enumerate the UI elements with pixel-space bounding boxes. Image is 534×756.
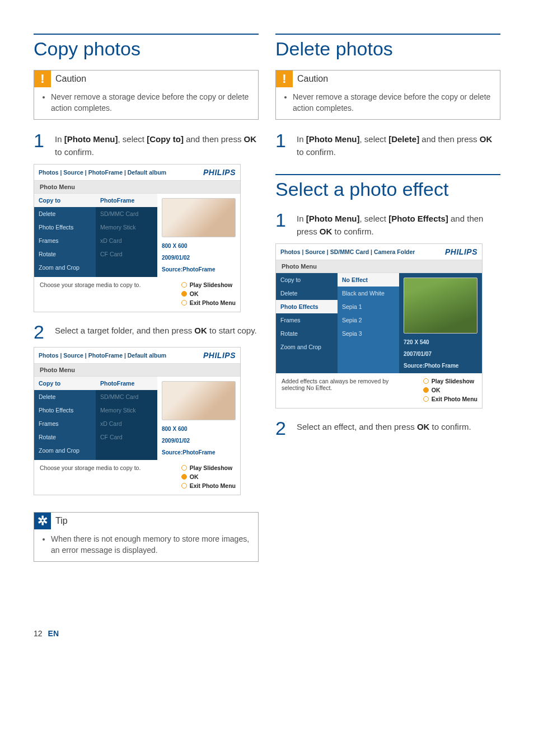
menu-item-frames[interactable]: Frames xyxy=(276,313,338,327)
joystick-down-icon xyxy=(423,396,429,402)
menu-item-frames[interactable]: Frames xyxy=(34,234,96,247)
step-text: Select a target folder, and then press O… xyxy=(55,322,257,341)
breadcrumb: Photos | Source | SD/MMC Card | Camera F… xyxy=(280,248,415,255)
joystick-center-icon xyxy=(181,474,187,480)
submenu-item-no-effect[interactable]: No Effect xyxy=(338,273,399,287)
submenu-item-sepia2[interactable]: Sepia 2 xyxy=(338,313,399,327)
menu-item-zoom-crop[interactable]: Zoom and Crop xyxy=(34,261,96,274)
step-text: In [Photo Menu], select [Photo Effects] … xyxy=(297,210,500,238)
page-number: 12 xyxy=(34,629,43,638)
submenu-item-sepia1[interactable]: Sepia 1 xyxy=(338,300,399,313)
tip-icon: ✲ xyxy=(34,513,51,529)
step-text: In [Photo Menu], select [Delete] and the… xyxy=(297,131,500,158)
btn-exit[interactable]: Exit Photo Menu xyxy=(181,482,236,489)
menu-item-photo-effects[interactable]: Photo Effects xyxy=(34,220,96,234)
breadcrumb: Photos | Source | PhotoFrame | Default a… xyxy=(39,352,166,359)
menu-item-delete[interactable]: Delete xyxy=(34,207,96,220)
preview-pane: 800 X 600 2009/01/02 Source:PhotoFrame xyxy=(157,194,240,277)
joystick-center-icon xyxy=(181,291,187,297)
menu-item-copy-to[interactable]: Copy to xyxy=(276,273,338,287)
menu-item-frames[interactable]: Frames xyxy=(34,417,96,430)
submenu-item[interactable]: Memory Stick xyxy=(96,403,157,417)
meta-resolution: 800 X 600 xyxy=(162,426,236,432)
device-screenshot-copy-1: Photos | Source | PhotoFrame | Default a… xyxy=(34,164,241,312)
menu-item-zoom-crop[interactable]: Zoom and Crop xyxy=(276,340,338,354)
step-number: 2 xyxy=(34,322,47,341)
btn-play-slideshow[interactable]: Play Slideshow xyxy=(423,378,477,384)
menu-item-photo-effects[interactable]: Photo Effects xyxy=(276,300,338,313)
preview-pane: 800 X 600 2009/01/02 Source:PhotoFrame xyxy=(157,377,240,460)
main-menu[interactable]: Copy to Delete Photo Effects Frames Rota… xyxy=(276,273,338,373)
device-screenshot-effects: Photos | Source | SD/MMC Card | Camera F… xyxy=(275,243,483,408)
menu-item-rotate[interactable]: Rotate xyxy=(276,327,338,340)
step-number: 2 xyxy=(275,419,289,438)
submenu-item-photoframe[interactable]: PhotoFrame xyxy=(96,194,157,207)
btn-exit[interactable]: Exit Photo Menu xyxy=(181,299,236,306)
step-number: 1 xyxy=(275,210,289,238)
brand-logo: PHILIPS xyxy=(203,168,236,177)
submenu-item-bw[interactable]: Black and White xyxy=(338,287,399,300)
submenu-item[interactable]: xD Card xyxy=(96,417,157,430)
sub-menu[interactable]: No Effect Black and White Sepia 1 Sepia … xyxy=(338,273,399,373)
btn-ok[interactable]: OK xyxy=(181,290,236,297)
page-footer: 12 EN xyxy=(34,629,500,638)
submenu-item[interactable]: xD Card xyxy=(96,234,157,247)
btn-play-slideshow[interactable]: Play Slideshow xyxy=(181,281,236,288)
meta-source: Source:Photo Frame xyxy=(404,363,477,369)
meta-source: Source:PhotoFrame xyxy=(162,449,236,456)
caution-box: ! Caution Never remove a storage device … xyxy=(275,70,500,120)
panel-title: Photo Menu xyxy=(276,260,482,273)
menu-item-copy-to[interactable]: Copy to xyxy=(34,377,96,390)
submenu-item[interactable]: SD/MMC Card xyxy=(96,390,157,403)
main-menu[interactable]: Copy to Delete Photo Effects Frames Rota… xyxy=(34,194,96,277)
brand-logo: PHILIPS xyxy=(203,351,236,360)
menu-item-rotate[interactable]: Rotate xyxy=(34,247,96,261)
meta-resolution: 720 X 540 xyxy=(404,339,477,345)
step-number: 1 xyxy=(34,131,47,158)
submenu-item-photoframe[interactable]: PhotoFrame xyxy=(96,377,157,390)
preview-pane: 720 X 540 2007/01/07 Source:Photo Frame xyxy=(399,273,482,373)
page-lang: EN xyxy=(48,629,59,638)
menu-item-photo-effects[interactable]: Photo Effects xyxy=(34,403,96,417)
main-menu[interactable]: Copy to Delete Photo Effects Frames Rota… xyxy=(34,377,96,460)
meta-source: Source:PhotoFrame xyxy=(162,266,236,273)
submenu-item[interactable]: SD/MMC Card xyxy=(96,207,157,220)
brand-logo: PHILIPS xyxy=(445,247,477,256)
tip-title: Tip xyxy=(51,516,68,526)
caution-title: Caution xyxy=(51,74,86,84)
joystick-up-icon xyxy=(181,282,187,288)
caution-text: Never remove a storage device before the… xyxy=(293,92,493,114)
heading-select-effect: Select a photo effect xyxy=(275,179,500,200)
panel-title: Photo Menu xyxy=(34,180,240,194)
photo-thumbnail xyxy=(404,278,477,334)
menu-item-delete[interactable]: Delete xyxy=(276,287,338,300)
heading-copy-photos: Copy photos xyxy=(34,38,259,60)
photo-thumbnail xyxy=(162,198,236,237)
menu-item-delete[interactable]: Delete xyxy=(34,390,96,403)
btn-ok[interactable]: OK xyxy=(181,473,236,480)
meta-resolution: 800 X 600 xyxy=(162,243,236,249)
help-text: Choose your storage media to copy to. xyxy=(40,281,140,306)
menu-item-rotate[interactable]: Rotate xyxy=(34,430,96,444)
heading-delete-photos: Delete photos xyxy=(275,38,500,60)
submenu-item[interactable]: CF Card xyxy=(96,430,157,444)
caution-box: ! Caution Never remove a storage device … xyxy=(34,70,259,120)
help-text: Choose your storage media to copy to. xyxy=(40,464,140,489)
joystick-down-icon xyxy=(181,300,187,306)
meta-date: 2007/01/07 xyxy=(404,351,477,357)
submenu-item[interactable]: CF Card xyxy=(96,247,157,261)
sub-menu[interactable]: PhotoFrame SD/MMC Card Memory Stick xD C… xyxy=(96,377,157,460)
btn-exit[interactable]: Exit Photo Menu xyxy=(423,396,477,402)
sub-menu[interactable]: PhotoFrame SD/MMC Card Memory Stick xD C… xyxy=(96,194,157,277)
caution-title: Caution xyxy=(293,74,328,84)
menu-item-copy-to[interactable]: Copy to xyxy=(34,194,96,207)
menu-item-zoom-crop[interactable]: Zoom and Crop xyxy=(34,444,96,457)
submenu-item-sepia3[interactable]: Sepia 3 xyxy=(338,327,399,340)
btn-play-slideshow[interactable]: Play Slideshow xyxy=(181,464,236,471)
submenu-item[interactable]: Memory Stick xyxy=(96,220,157,234)
joystick-center-icon xyxy=(423,387,429,393)
caution-text: Never remove a storage device before the… xyxy=(51,92,251,114)
btn-ok[interactable]: OK xyxy=(423,387,477,393)
photo-thumbnail xyxy=(162,381,236,420)
joystick-down-icon xyxy=(181,483,187,489)
